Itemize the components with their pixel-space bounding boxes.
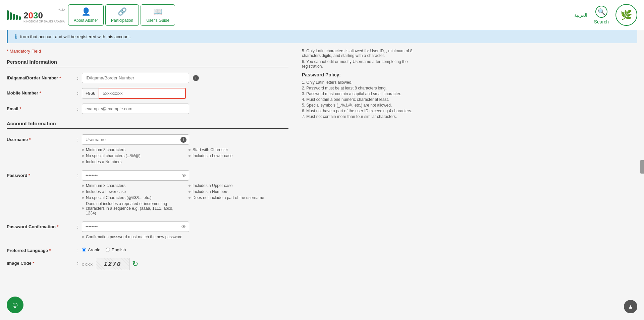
hint-no-special-text: No special characters (...%!@) <box>86 153 141 158</box>
nav-about[interactable]: 👤 About Absher <box>68 4 104 26</box>
username-note-6: 6. You cannot edit or modify Username af… <box>302 59 429 69</box>
policy-item-1: 1. Only Latin letters allowed. <box>302 80 429 85</box>
password-confirm-input[interactable] <box>82 221 189 232</box>
language-english-radio[interactable] <box>106 248 110 252</box>
pass-hint-numbers: Includes a Numbers <box>189 189 288 194</box>
password-confirm-hints-col: Confirmation password must match the new… <box>82 235 288 241</box>
right-panel: 5. Only Latin characters is allowed for … <box>295 43 429 280</box>
hint-dot <box>82 161 84 163</box>
language-control: Arabic English <box>82 245 288 252</box>
hint-dot <box>82 149 84 151</box>
pass-hint-upper: Includes a Upper case <box>189 183 288 188</box>
mobile-input[interactable] <box>99 88 186 99</box>
id-required: * <box>59 75 61 80</box>
hint-min8: Minimum 8 characters <box>82 147 182 152</box>
pass-hint-min8-text: Minimum 8 characters <box>86 183 125 188</box>
account-info-title: Account Information <box>7 121 288 129</box>
info-bar: ℹ from that account and will be register… <box>7 30 637 43</box>
pass-hint-no-special: No special Characters (@#$&....etc.) <box>82 195 182 200</box>
password-hints: Minimum 8 characters Includes a Lower ca… <box>82 183 288 217</box>
header-nav: 👤 About Absher 🔗 Participation 📖 User's … <box>68 4 175 26</box>
captcha-box: 1270 <box>96 258 129 270</box>
header-left: رؤية 2030 KINGDOM OF SAUDI ARABIA 👤 Abou… <box>7 4 175 26</box>
password-confirm-label-text: Password Confirmation <box>7 224 56 229</box>
language-arabic-option[interactable]: Arabic <box>82 247 100 252</box>
guide-icon: 📖 <box>153 7 162 16</box>
username-input-wrap: i <box>82 134 189 145</box>
header: رؤية 2030 KINGDOM OF SAUDI ARABIA 👤 Abou… <box>0 0 644 30</box>
nav-about-label: About Absher <box>74 18 98 23</box>
email-input[interactable] <box>82 104 189 114</box>
username-label-text: Username <box>7 137 28 142</box>
image-code-colon: : <box>74 258 82 266</box>
search-label: Search <box>594 19 609 24</box>
hint-dot <box>82 197 84 199</box>
arabic-link[interactable]: العربية <box>574 12 587 18</box>
search-button[interactable]: 🔍 Search <box>594 6 609 24</box>
hint-dot <box>189 197 191 199</box>
password-eye-icon[interactable]: 👁 <box>181 173 186 178</box>
header-right: العربية 🔍 Search 🌿 <box>574 4 637 26</box>
image-code-required: * <box>33 261 34 266</box>
nav-users-guide[interactable]: 📖 User's Guide <box>141 4 175 26</box>
pass-hint-no-username: Does not include a part of the username <box>189 195 288 200</box>
mobile-prefix: +966 <box>82 88 99 99</box>
password-confirm-eye-icon[interactable]: 👁 <box>181 224 186 230</box>
mobile-label-text: Mobile Number <box>7 90 38 95</box>
language-row: Preferred Language * : Arabic English <box>7 245 288 253</box>
language-arabic-radio[interactable] <box>82 248 86 252</box>
username-required: * <box>29 137 31 142</box>
refresh-captcha-icon[interactable]: ↻ <box>132 260 138 268</box>
policy-item-3: 3. Password must contain a capital and s… <box>302 91 429 96</box>
pass-confirm-hint-text: Confirmation password must match the new… <box>86 235 182 239</box>
password-confirm-row: Password Confirmation * : 👁 Confirmation… <box>7 221 288 241</box>
username-note-5: 5. Only Latin characters is allowed for … <box>302 49 429 58</box>
language-english-option[interactable]: English <box>106 247 126 252</box>
password-input[interactable] <box>82 170 189 181</box>
pass-hint-no-username-text: Does not include a part of the username <box>193 195 264 200</box>
hint-dot <box>82 185 84 187</box>
username-hints-left: Minimum 8 characters No special characte… <box>82 147 182 166</box>
image-code-label-text: Image Code <box>7 261 32 266</box>
pass-hint-upper-text: Includes a Upper case <box>193 183 232 188</box>
bar4 <box>16 15 18 20</box>
password-input-wrap: 👁 <box>82 170 189 181</box>
password-row: Password * : 👁 Minimum 8 characters <box>7 170 288 217</box>
hint-numbers-text: Includes a Numbers <box>86 159 122 164</box>
hint-dot <box>189 191 191 193</box>
personal-info-title: Personal Information <box>7 59 288 67</box>
username-hints: Minimum 8 characters No special characte… <box>82 147 288 166</box>
username-input[interactable] <box>82 134 189 145</box>
pass-hint-no-special-text: No special Characters (@#$&....etc.) <box>86 195 152 200</box>
password-confirm-input-wrap: 👁 <box>82 221 189 232</box>
id-input[interactable] <box>82 73 189 83</box>
bar1 <box>7 10 9 20</box>
id-colon: : <box>74 73 82 81</box>
hint-lower-case: Includes a Lower case <box>189 153 288 158</box>
password-control: 👁 Minimum 8 characters Includes a Lower … <box>82 170 288 217</box>
info-bar-text: from that account and will be registered… <box>20 34 131 39</box>
language-required: * <box>49 248 51 253</box>
policy-title: Password Policy: <box>302 72 429 77</box>
username-info-icon[interactable]: i <box>180 137 186 143</box>
hint-numbers: Includes a Numbers <box>82 159 182 164</box>
scrollbar-handle[interactable] <box>640 160 644 174</box>
mandatory-text: Mandatory Field <box>10 49 41 54</box>
captcha-value: 1270 <box>104 261 121 268</box>
password-hints-right: Includes a Upper case Includes a Numbers… <box>189 183 288 217</box>
image-code-wrap: xxxx 1270 ↻ <box>82 258 288 270</box>
hint-dot <box>82 155 84 157</box>
mobile-control: +966 <box>82 88 288 99</box>
image-code-row: Image Code * : xxxx 1270 ↻ <box>7 258 288 270</box>
bar3 <box>13 14 15 20</box>
policy-item-7: 7. Must not contain more than four simil… <box>302 114 429 119</box>
pass-hint-min8: Minimum 8 characters <box>82 183 182 188</box>
username-row: Username * : i Minimum 8 characters <box>7 134 288 166</box>
pass-hint-no-repeat-text: Does not includes a repeated or incremen… <box>86 201 182 215</box>
id-info-icon[interactable]: i <box>193 75 199 81</box>
hint-dot <box>82 236 84 238</box>
form-area: * Mandatory Field Personal Information I… <box>7 43 295 280</box>
username-note-items: 5. Only Latin characters is allowed for … <box>302 49 429 69</box>
pass-hint-no-repeat: Does not includes a repeated or incremen… <box>82 201 182 215</box>
nav-participation[interactable]: 🔗 Participation <box>105 4 139 26</box>
